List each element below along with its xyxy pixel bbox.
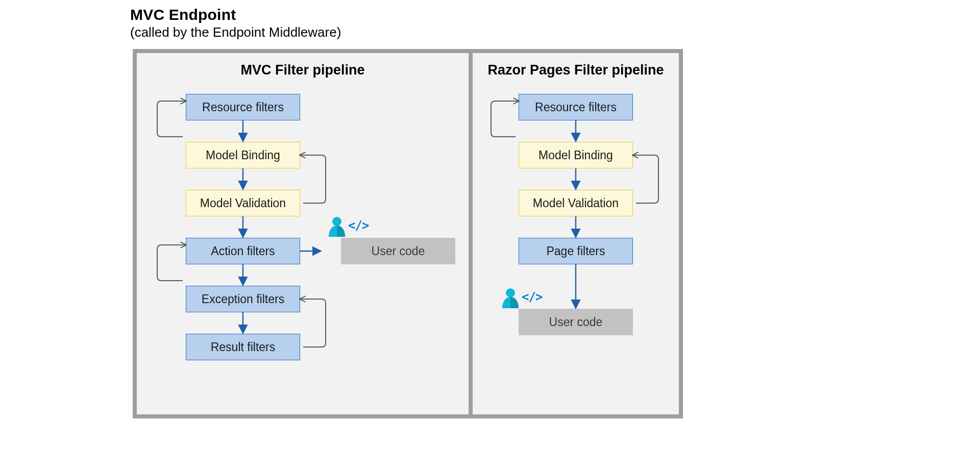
- mvc-user-code-box: User code: [341, 238, 455, 264]
- code-glyph-icon: </>: [348, 218, 369, 233]
- razor-pane-title: Razor Pages Filter pipeline: [473, 62, 679, 78]
- mvc-action-filters-label: Action filters: [211, 244, 275, 258]
- mvc-model-validation-label: Model Validation: [200, 196, 286, 210]
- razor-page-filters-box: Page filters: [519, 238, 633, 264]
- razor-model-validation-label: Model Validation: [533, 196, 619, 210]
- developer-icon: [327, 216, 347, 237]
- mvc-result-filters-label: Result filters: [211, 340, 276, 354]
- diagram-title: MVC Endpoint (called by the Endpoint Mid…: [130, 6, 341, 40]
- razor-resource-filters-label: Resource filters: [535, 101, 617, 114]
- mvc-exception-filters-label: Exception filters: [202, 292, 284, 306]
- svg-point-1: [506, 288, 515, 298]
- razor-loop-resource: [491, 101, 519, 137]
- svg-point-0: [332, 217, 341, 226]
- pane-divider: [469, 53, 473, 414]
- mvc-model-binding-label: Model Binding: [206, 149, 280, 162]
- razor-user-code-box: User code: [519, 309, 633, 335]
- mvc-user-code-label: User code: [372, 244, 425, 258]
- razor-user-code-label: User code: [549, 315, 603, 329]
- razor-resource-filters-box: Resource filters: [519, 94, 633, 120]
- title-main: MVC Endpoint: [130, 6, 341, 23]
- razor-model-binding-box: Model Binding: [519, 142, 633, 168]
- razor-loop-validation-to-binding: [633, 155, 658, 203]
- mvc-result-filters-box: Result filters: [186, 334, 300, 360]
- developer-icon: [500, 288, 521, 308]
- mvc-resource-filters-label: Resource filters: [202, 101, 284, 114]
- mvc-action-filters-box: Action filters: [186, 238, 300, 264]
- razor-model-validation-box: Model Validation: [519, 190, 633, 216]
- mvc-loop-validation-to-binding: [300, 155, 326, 203]
- code-glyph-icon: </>: [522, 290, 542, 304]
- mvc-model-validation-box: Model Validation: [186, 190, 300, 216]
- title-sub: (called by the Endpoint Middleware): [130, 24, 341, 40]
- razor-model-binding-label: Model Binding: [538, 149, 613, 162]
- diagram-frame: MVC Filter pipeline Razor Pages Filter p…: [133, 49, 683, 418]
- mvc-loop-action: [157, 245, 186, 281]
- mvc-pane-title: MVC Filter pipeline: [137, 62, 469, 78]
- mvc-exception-filters-box: Exception filters: [186, 286, 300, 312]
- mvc-loop-resource: [157, 101, 186, 137]
- mvc-resource-filters-box: Resource filters: [186, 94, 300, 120]
- mvc-loop-result-to-exception: [300, 299, 326, 347]
- razor-page-filters-label: Page filters: [546, 244, 605, 258]
- mvc-model-binding-box: Model Binding: [186, 142, 300, 168]
